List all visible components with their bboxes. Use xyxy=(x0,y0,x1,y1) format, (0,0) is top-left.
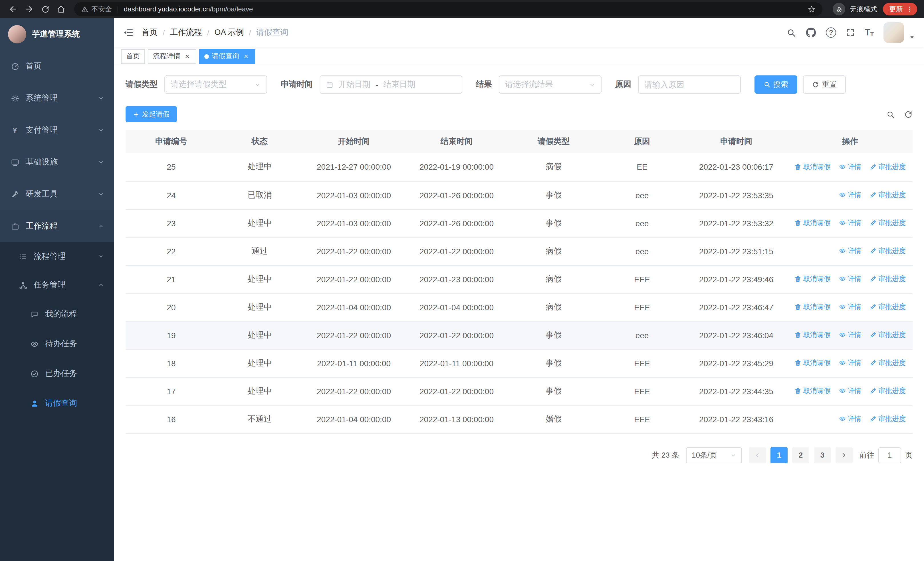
toggle-search-icon[interactable] xyxy=(886,110,895,119)
address-bar[interactable]: 不安全 dashboard.yudao.iocoder.cn/bpm/oa/le… xyxy=(74,2,822,16)
page-size-select[interactable]: 10条/页 xyxy=(686,447,742,463)
edit-icon xyxy=(870,359,877,367)
prev-page-button[interactable] xyxy=(749,447,766,463)
reload-button[interactable] xyxy=(38,2,52,17)
refresh-table-icon[interactable] xyxy=(904,110,913,119)
detail-link[interactable]: 详情 xyxy=(839,386,861,396)
detail-link[interactable]: 详情 xyxy=(839,162,861,171)
cell-status: 处理中 xyxy=(217,377,303,405)
filter-leave-type: 请假类型 请选择请假类型 xyxy=(126,75,267,94)
page-button-1[interactable]: 1 xyxy=(771,447,788,463)
cell-start: 2022-01-04 00:00:00 xyxy=(303,293,405,321)
sidebar-item-home[interactable]: 首页 xyxy=(0,50,114,82)
detail-link[interactable]: 详情 xyxy=(839,330,861,340)
close-icon[interactable]: × xyxy=(183,52,191,60)
help-icon[interactable]: ? xyxy=(826,27,836,38)
reset-button[interactable]: 重置 xyxy=(803,75,846,94)
detail-link[interactable]: 详情 xyxy=(839,358,861,368)
security-label: 不安全 xyxy=(92,4,112,14)
tab-leave-query[interactable]: 请假查询 × xyxy=(199,49,255,64)
detail-link[interactable]: 详情 xyxy=(839,302,861,312)
approval-progress-link[interactable]: 审批进度 xyxy=(870,274,906,284)
detail-link[interactable]: 详情 xyxy=(839,190,861,200)
search-icon[interactable] xyxy=(786,28,796,38)
sidebar-item-label: 研发工具 xyxy=(26,189,58,199)
caret-down-icon[interactable] xyxy=(909,34,915,40)
cancel-leave-link[interactable]: 取消请假 xyxy=(795,358,830,368)
github-icon[interactable] xyxy=(806,27,816,38)
reason-input[interactable] xyxy=(644,80,735,89)
create-leave-button[interactable]: 发起请假 xyxy=(126,106,177,122)
cell-end: 2022-01-04 00:00:00 xyxy=(405,293,508,321)
font-size-icon[interactable]: TT xyxy=(865,28,874,37)
result-select[interactable]: 请选择流结果 xyxy=(499,75,602,94)
cancel-leave-link[interactable]: 取消请假 xyxy=(795,218,830,228)
cell-reason: EEE xyxy=(599,349,685,377)
cell-id: 16 xyxy=(126,405,217,433)
tab-home[interactable]: 首页 xyxy=(121,49,145,64)
approval-progress-link[interactable]: 审批进度 xyxy=(870,386,906,396)
navbar-actions: ? TT xyxy=(786,22,915,43)
close-icon[interactable]: × xyxy=(242,52,250,60)
leave-type-select[interactable]: 请选择请假类型 xyxy=(164,75,267,94)
approval-progress-link[interactable]: 审批进度 xyxy=(870,162,906,171)
cancel-leave-link[interactable]: 取消请假 xyxy=(795,302,830,312)
sidebar-item-process-management[interactable]: 流程管理 xyxy=(0,242,114,271)
search-button[interactable]: 搜索 xyxy=(754,75,797,94)
app-logo[interactable]: 芋道管理系统 xyxy=(0,18,114,50)
date-separator: - xyxy=(375,80,378,89)
edit-icon xyxy=(870,192,877,199)
fullscreen-icon[interactable] xyxy=(846,28,855,37)
update-button[interactable]: 更新 xyxy=(883,3,917,15)
detail-link[interactable]: 详情 xyxy=(839,274,861,284)
edit-icon xyxy=(870,388,877,394)
avatar[interactable] xyxy=(884,22,904,43)
approval-progress-link[interactable]: 审批进度 xyxy=(870,218,906,228)
sidebar-item-infrastructure[interactable]: 基础设施 xyxy=(0,146,114,178)
date-range-picker[interactable]: 开始日期 - 结束日期 xyxy=(320,75,462,94)
sidebar-item-task-management[interactable]: 任务管理 xyxy=(0,271,114,299)
cell-status: 处理中 xyxy=(217,153,303,181)
cell-reason: EEE xyxy=(599,377,685,405)
approval-progress-link[interactable]: 审批进度 xyxy=(870,246,906,256)
approval-progress-link[interactable]: 审批进度 xyxy=(870,330,906,340)
forward-button[interactable] xyxy=(22,2,36,17)
cell-reason: eee xyxy=(599,237,685,265)
detail-link[interactable]: 详情 xyxy=(839,246,861,256)
sidebar-item-payment[interactable]: ¥ 支付管理 xyxy=(0,114,114,146)
back-button[interactable] xyxy=(6,2,21,17)
sidebar-item-devtools[interactable]: 研发工具 xyxy=(0,178,114,210)
breadcrumb-workflow[interactable]: 工作流程 xyxy=(170,27,202,38)
sidebar-item-todo-tasks[interactable]: 待办任务 xyxy=(0,329,114,359)
sidebar-item-my-process[interactable]: 我的流程 xyxy=(0,299,114,329)
approval-progress-link[interactable]: 审批进度 xyxy=(870,302,906,312)
detail-link[interactable]: 详情 xyxy=(839,414,861,424)
bookmark-star-icon[interactable] xyxy=(808,5,816,13)
security-badge[interactable]: 不安全 xyxy=(81,4,112,14)
approval-progress-link[interactable]: 审批进度 xyxy=(870,190,906,200)
sidebar-item-leave-query[interactable]: 请假查询 xyxy=(0,388,114,418)
sidebar-toggle-icon[interactable] xyxy=(123,27,134,38)
next-page-button[interactable] xyxy=(836,447,853,463)
breadcrumb-home[interactable]: 首页 xyxy=(141,27,158,38)
approval-progress-link[interactable]: 审批进度 xyxy=(870,358,906,368)
page-button-3[interactable]: 3 xyxy=(814,447,831,463)
sidebar-item-workflow[interactable]: 工作流程 xyxy=(0,210,114,242)
cancel-leave-link[interactable]: 取消请假 xyxy=(795,162,830,171)
workflow-submenu: 流程管理 任务管理 我的流程 xyxy=(0,242,114,561)
cancel-leave-link[interactable]: 取消请假 xyxy=(795,274,830,284)
home-button[interactable] xyxy=(54,2,69,17)
tab-process-detail[interactable]: 流程详情 × xyxy=(148,49,196,64)
approval-progress-link[interactable]: 审批进度 xyxy=(870,414,906,424)
cancel-leave-link[interactable]: 取消请假 xyxy=(795,386,830,396)
sidebar-item-label: 支付管理 xyxy=(26,125,58,135)
sidebar-item-system[interactable]: 系统管理 xyxy=(0,82,114,114)
breadcrumb-oa-example[interactable]: OA 示例 xyxy=(214,27,244,38)
detail-link[interactable]: 详情 xyxy=(839,218,861,228)
eye-icon xyxy=(839,416,846,423)
sidebar-item-done-tasks[interactable]: 已办任务 xyxy=(0,359,114,388)
page-button-2[interactable]: 2 xyxy=(792,447,809,463)
goto-page-input[interactable] xyxy=(878,447,901,463)
menu-dots-icon xyxy=(906,6,913,12)
cancel-leave-link[interactable]: 取消请假 xyxy=(795,330,830,340)
